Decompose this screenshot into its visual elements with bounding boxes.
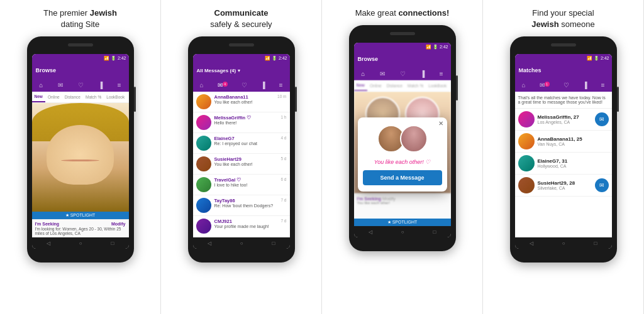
tab-bar-1: New Online Distance Match % LookBook	[32, 92, 129, 103]
tab3-online[interactable]: Online	[367, 80, 384, 91]
msg-content-0: AnnaBanana11 You like each other!	[214, 94, 275, 104]
msg-item-1[interactable]: MelissaGriffin ♡ Hello there! 1 h	[193, 112, 290, 133]
recent-btn-4[interactable]: □	[594, 241, 597, 246]
home-btn-3[interactable]: ○	[401, 229, 404, 235]
heart-icon-2[interactable]: ♡	[242, 82, 247, 89]
send-message-button[interactable]: Send a Message	[363, 170, 442, 185]
chart-icon-3[interactable]: ▐	[420, 70, 425, 77]
home-icon-1[interactable]: ⌂	[39, 82, 43, 89]
home-btn-4[interactable]: ○	[562, 241, 565, 246]
msg-content-3: SusieHart29 You like each other!	[214, 156, 278, 166]
match-photo-female	[400, 125, 428, 153]
menu-icon-2[interactable]: ≡	[279, 82, 283, 89]
section-title-messages: Communicatesafely & securely	[210, 8, 272, 30]
envelope-icon-3[interactable]: ✉	[380, 70, 385, 77]
status-icons-1: 📶 🔋 2:42	[104, 56, 126, 61]
msg-avatar-1	[196, 115, 211, 130]
match-item-2[interactable]: ElaineG7, 31 Hollywood, CA	[515, 153, 612, 175]
msg-item-5[interactable]: TayTay86 Re: How 'bout them Dodgers? 7 d	[193, 195, 290, 216]
msg-time-4: 6 d	[280, 177, 286, 181]
tab-lookbook[interactable]: LookBook	[104, 92, 127, 102]
heart-icon-4[interactable]: ♡	[564, 82, 569, 89]
menu-icon-4[interactable]: ≡	[601, 82, 605, 89]
chart-icon-4[interactable]: ▐	[583, 82, 587, 89]
bottom-nav-1[interactable]: ⌂ ✉ ♡ ▐ ≡	[32, 78, 129, 92]
msg-item-0[interactable]: AnnaBanana11 You like each other! 10 m	[193, 92, 290, 112]
profile-face-1	[32, 103, 129, 212]
match-item-info-2: ElaineG7, 31 Hollywood, CA	[538, 158, 592, 168]
recent-btn-3[interactable]: □	[433, 229, 436, 235]
tab-online[interactable]: Online	[45, 92, 62, 102]
match-avatar-0	[518, 111, 535, 127]
messages-list: AnnaBanana11 You like each other! 10 m M…	[193, 92, 290, 237]
envelope-icon-2[interactable]: ✉4	[218, 82, 228, 89]
seeking-bar: I'm Seeking Modify I'm looking for: Wome…	[32, 219, 129, 237]
msg-item-6[interactable]: CMJ921 Your profile made me laugh! 7 d	[193, 216, 290, 237]
menu-icon-3[interactable]: ≡	[440, 70, 443, 77]
msg-time-2: 4 d	[280, 136, 286, 140]
chart-icon-2[interactable]: ▐	[261, 82, 265, 89]
phone-screen-find: 📶 🔋 2:42 Matches ⌂ ✉1 ♡ ▐ ≡ That's all t…	[515, 54, 612, 249]
home-icon-2[interactable]: ⌂	[200, 82, 204, 89]
status-bar-3: 📶 🔋 2:42	[354, 43, 451, 51]
home-icon-4[interactable]: ⌂	[522, 82, 526, 89]
nav-bar-3: Browse	[354, 51, 451, 67]
back-btn-4[interactable]: ◁	[530, 241, 533, 246]
msg-name-5: TayTay86	[214, 198, 278, 203]
phone-bottom-nav-1: ◁ ○ □	[32, 237, 129, 249]
menu-icon-1[interactable]: ≡	[118, 82, 121, 89]
home-btn-2[interactable]: ○	[240, 241, 243, 246]
envelope-icon-1[interactable]: ✉	[58, 82, 63, 89]
phone-browse: 📶 🔋 2:42 Browse ⌂ ✉ ♡ ▐ ≡ New Online Dis…	[27, 36, 134, 263]
envelope-icon-4[interactable]: ✉1	[540, 82, 550, 89]
message-btn-3[interactable]: ✉	[595, 178, 609, 192]
msg-content-1: MelissaGriffin ♡ Hello there!	[214, 115, 278, 125]
profile-image-1: AnnaBanana11, 25 Van Nuys, CA 94% Match	[32, 103, 129, 212]
back-btn-1[interactable]: ◁	[47, 241, 50, 246]
bottom-nav-3[interactable]: ⌂ ✉ ♡ ▐ ≡	[354, 67, 451, 80]
spotlight-bar[interactable]: ★ SPOTLIGHT	[32, 212, 129, 219]
tab3-lookbook[interactable]: LookBook	[426, 80, 449, 91]
tab3-new[interactable]: New	[354, 80, 367, 91]
back-btn-3[interactable]: ◁	[369, 229, 372, 235]
tab-distance[interactable]: Distance	[62, 92, 83, 102]
msg-text-1: Hello there!	[214, 121, 278, 125]
msg-text-4: I love to hike too!	[214, 183, 278, 187]
msg-item-4[interactable]: TravelGal ♡ I love to hike too! 6 d	[193, 175, 290, 195]
msg-item-3[interactable]: SusieHart29 You like each other! 5 d	[193, 154, 290, 175]
recent-btn-2[interactable]: □	[272, 241, 275, 246]
tab3-distance[interactable]: Distance	[384, 80, 405, 91]
msg-avatar-2	[196, 136, 211, 151]
bottom-nav-4[interactable]: ⌂ ✉1 ♡ ▐ ≡	[515, 78, 612, 92]
heart-icon-3[interactable]: ♡	[400, 70, 406, 77]
tab-match[interactable]: Match %	[83, 92, 104, 102]
match-item-1[interactable]: AnnaBanana11, 25 Van Nuys, CA	[515, 131, 612, 153]
match-item-info-0: MelissaGriffin, 27 Los Angeles, CA	[538, 114, 592, 124]
tab-new[interactable]: New	[32, 92, 45, 102]
spotlight-bar-3[interactable]: ★ SPOTLIGHT	[354, 219, 451, 226]
chart-icon-1[interactable]: ▐	[98, 82, 103, 89]
match-item-3[interactable]: SusieHart29, 28 Silverlake, CA ✉	[515, 175, 612, 197]
msg-item-2[interactable]: ElaineG7 Re: I enjoyed our chat 4 d	[193, 133, 290, 154]
match-avatar-3	[518, 177, 535, 193]
close-icon[interactable]: ✕	[438, 120, 443, 127]
phone-find: 📶 🔋 2:42 Matches ⌂ ✉1 ♡ ▐ ≡ That's all t…	[510, 36, 617, 263]
msg-nav-title: All Messages (4)	[197, 68, 236, 73]
message-btn-0[interactable]: ✉	[595, 112, 609, 126]
seeking-modify[interactable]: Modify	[111, 222, 126, 226]
tab-bar-3: New Online Distance Match % LookBook	[354, 80, 451, 92]
recent-btn-1[interactable]: □	[111, 241, 114, 246]
bottom-nav-2[interactable]: ⌂ ✉4 ♡ ▐ ≡	[193, 78, 290, 92]
match-item-loc-1: Van Nuys, CA	[538, 142, 592, 146]
heart-icon-1[interactable]: ♡	[78, 82, 84, 89]
home-btn-1[interactable]: ○	[79, 241, 82, 246]
back-btn-2[interactable]: ◁	[208, 241, 211, 246]
match-item-0[interactable]: MelissaGriffin, 27 Los Angeles, CA ✉	[515, 109, 612, 131]
section-messages: Communicatesafely & securely 📶 🔋 2:42 Al…	[161, 0, 322, 314]
msg-time-1: 1 h	[280, 115, 286, 119]
home-icon-3[interactable]: ⌂	[361, 70, 365, 77]
tab3-match[interactable]: Match %	[405, 80, 426, 91]
phone-bottom-nav-4: ◁ ○ □	[515, 237, 612, 249]
match-item-loc-0: Los Angeles, CA	[538, 120, 592, 124]
msg-time-3: 5 d	[280, 156, 286, 161]
